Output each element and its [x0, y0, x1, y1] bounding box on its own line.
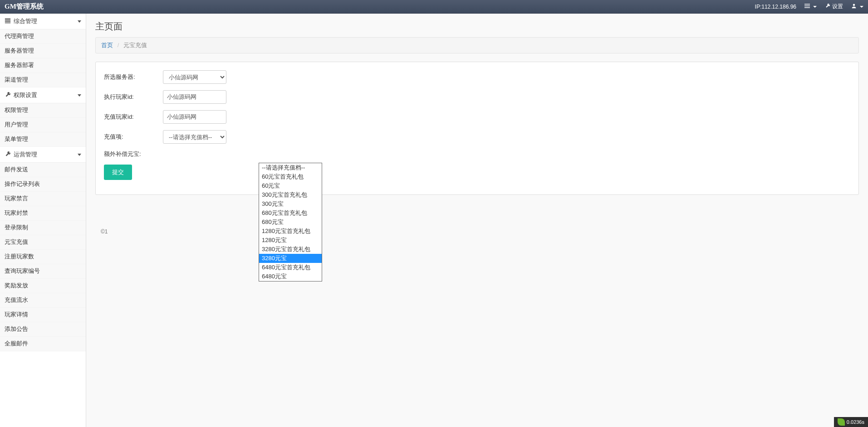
sidebar-item[interactable]: 充值流水	[0, 293, 86, 308]
settings-label: 设置	[832, 3, 843, 10]
sidebar-item[interactable]: 添加公告	[0, 322, 86, 337]
sidebar-item[interactable]: 登录限制	[0, 221, 86, 235]
topbar: GM管理系统 IP:112.12.186.96 设置	[0, 0, 868, 14]
dropdown-option[interactable]: 6480元宝首充礼包	[259, 263, 322, 272]
leaf-icon	[838, 418, 845, 426]
sidebar-item[interactable]: 查询玩家编号	[0, 264, 86, 279]
caret-down-icon	[860, 6, 863, 8]
chevron-down-icon	[78, 94, 81, 97]
svg-rect-2	[804, 7, 810, 8]
settings-link[interactable]: 设置	[825, 3, 843, 10]
sidebar-item[interactable]: 服务器管理	[0, 44, 86, 58]
sidebar-item[interactable]: 菜单管理	[0, 132, 86, 147]
main-content: 主页面 首页 / 元宝充值 所选服务器: 小仙源码网 执行玩家id: 充值玩家i…	[86, 14, 868, 427]
group-icon	[5, 151, 11, 159]
recharge-item-select[interactable]: --请选择充值档--	[163, 130, 226, 144]
sidebar-group-header[interactable]: 运营管理	[0, 147, 86, 163]
sidebar-item[interactable]: 奖励发放	[0, 279, 86, 293]
svg-rect-1	[804, 5, 810, 6]
chevron-down-icon	[78, 20, 81, 23]
brand-title: GM管理系统	[5, 2, 44, 11]
group-title: 权限设置	[14, 91, 37, 99]
sidebar-item[interactable]: 操作记录列表	[0, 177, 86, 192]
svg-rect-0	[804, 4, 810, 5]
user-icon	[851, 3, 857, 10]
extra-comp-label: 额外补偿元宝:	[104, 150, 163, 158]
recharge-item-dropdown[interactable]: --请选择充值档--60元宝首充礼包60元宝300元宝首充礼包300元宝680元…	[259, 163, 322, 281]
svg-rect-5	[5, 20, 10, 22]
caret-down-icon	[813, 6, 817, 8]
dropdown-option[interactable]: --请选择充值档--	[259, 163, 322, 172]
topbar-list-menu[interactable]	[804, 3, 817, 10]
sidebar-item[interactable]: 玩家禁言	[0, 192, 86, 206]
exec-player-input[interactable]	[163, 90, 226, 104]
svg-rect-6	[5, 22, 10, 23]
recharge-player-input[interactable]	[163, 110, 226, 124]
dropdown-option[interactable]: 1280元宝首充礼包	[259, 227, 322, 236]
dropdown-option[interactable]: 3280元宝首充礼包	[259, 245, 322, 254]
group-title: 综合管理	[14, 17, 37, 25]
list-icon	[804, 3, 810, 10]
dropdown-option[interactable]: 680元宝	[259, 218, 322, 227]
dropdown-option[interactable]: 60元宝	[259, 181, 322, 190]
dropdown-option[interactable]: 300元宝	[259, 199, 322, 209]
dropdown-option[interactable]: 1280元宝	[259, 236, 322, 245]
sidebar-item[interactable]: 权限管理	[0, 103, 86, 118]
breadcrumb-current: 元宝充值	[123, 42, 147, 49]
breadcrumb-home[interactable]: 首页	[101, 42, 113, 49]
sidebar: 综合管理代理商管理服务器管理服务器部署渠道管理权限设置权限管理用户管理菜单管理运…	[0, 14, 86, 427]
sidebar-item[interactable]: 注册玩家数	[0, 250, 86, 264]
sidebar-item[interactable]: 元宝充值	[0, 235, 86, 250]
breadcrumb: 首页 / 元宝充值	[95, 37, 859, 53]
sidebar-group-header[interactable]: 权限设置	[0, 87, 86, 103]
form-panel: 所选服务器: 小仙源码网 执行玩家id: 充值玩家id: 充值项: --请选择充…	[95, 62, 859, 195]
sidebar-item[interactable]: 服务器部署	[0, 58, 86, 73]
user-menu[interactable]	[851, 3, 863, 10]
breadcrumb-separator: /	[118, 42, 119, 49]
sidebar-item[interactable]: 全服邮件	[0, 337, 86, 351]
dropdown-option[interactable]: 60元宝首充礼包	[259, 172, 322, 181]
sidebar-group-header[interactable]: 综合管理	[0, 14, 86, 29]
recharge-item-label: 充值项:	[104, 133, 163, 141]
dropdown-option[interactable]: 680元宝首充礼包	[259, 209, 322, 218]
server-select[interactable]: 小仙源码网	[163, 70, 226, 84]
submit-button[interactable]: 提交	[104, 165, 132, 180]
exec-player-label: 执行玩家id:	[104, 93, 163, 101]
dropdown-option[interactable]: 3280元宝	[259, 254, 322, 263]
wrench-icon	[825, 3, 830, 10]
group-title: 运营管理	[14, 150, 37, 159]
svg-point-3	[853, 4, 855, 6]
group-icon	[5, 92, 11, 99]
svg-rect-4	[5, 18, 10, 19]
ip-label: IP:112.12.186.96	[755, 4, 796, 10]
perf-time: 0.0236s	[847, 419, 864, 425]
sidebar-item[interactable]: 渠道管理	[0, 73, 86, 87]
chevron-down-icon	[78, 154, 81, 156]
server-label: 所选服务器:	[104, 73, 163, 81]
page-title: 主页面	[95, 20, 859, 33]
sidebar-item[interactable]: 玩家封禁	[0, 206, 86, 221]
sidebar-item[interactable]: 玩家详情	[0, 308, 86, 322]
dropdown-option[interactable]: 300元宝首充礼包	[259, 190, 322, 199]
footer-copyright: ©1	[95, 227, 859, 237]
sidebar-item[interactable]: 代理商管理	[0, 29, 86, 44]
sidebar-item[interactable]: 邮件发送	[0, 163, 86, 177]
dropdown-option[interactable]: 6480元宝	[259, 272, 322, 281]
group-icon	[5, 18, 11, 25]
sidebar-item[interactable]: 用户管理	[0, 118, 86, 132]
recharge-player-label: 充值玩家id:	[104, 113, 163, 121]
performance-badge: 0.0236s	[834, 417, 868, 427]
